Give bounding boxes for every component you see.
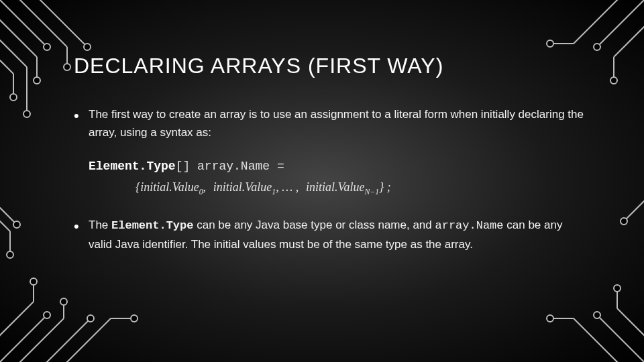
- svg-point-49: [547, 315, 553, 322]
- slide-content: DECLARING ARRAYS (FIRST WAY) The first w…: [0, 0, 644, 253]
- svg-point-34: [131, 315, 138, 322]
- code-var: array.Name: [197, 160, 270, 173]
- b2-mono: array.Name: [435, 219, 504, 232]
- svg-point-52: [614, 285, 621, 292]
- bullet-2: The Element.Type can be any Java base ty…: [74, 216, 584, 253]
- svg-point-23: [44, 312, 50, 318]
- code-rbrace: } ;: [379, 180, 391, 194]
- bullet-list-2: The Element.Type can be any Java base ty…: [74, 216, 584, 253]
- code-iv1: initial.Value: [213, 180, 272, 194]
- code-subN: N−1: [365, 188, 380, 196]
- code-block: Element.Type[] array.Name = {initial.Val…: [89, 156, 584, 198]
- svg-point-46: [594, 312, 600, 318]
- code-ivN: initial.Value: [306, 180, 365, 194]
- code-iv0: initial.Value: [140, 180, 199, 194]
- svg-line-30: [34, 318, 91, 362]
- code-type: Element.Type: [89, 160, 176, 173]
- code-sep1: ,: [203, 180, 207, 194]
- svg-line-27: [0, 302, 34, 349]
- bullet-1: The first way to create an array is to u…: [74, 105, 584, 141]
- code-eq: =: [277, 160, 284, 173]
- svg-line-22: [0, 315, 47, 362]
- svg-line-24: [7, 318, 64, 362]
- svg-line-50: [617, 308, 644, 349]
- slide-title: DECLARING ARRAYS (FIRST WAY): [74, 54, 584, 78]
- svg-point-29: [30, 278, 37, 285]
- bullet-list: The first way to create an array is to u…: [74, 105, 584, 141]
- b2-mid: can be any Java base type or class name,…: [193, 219, 435, 231]
- svg-line-47: [574, 318, 631, 362]
- svg-line-32: [54, 318, 111, 362]
- svg-point-31: [87, 315, 94, 322]
- svg-line-45: [597, 315, 644, 362]
- b2-kw: Element.Type: [111, 219, 193, 232]
- bullet-1-text: The first way to create an array is to u…: [89, 108, 584, 139]
- svg-point-26: [60, 298, 67, 305]
- code-brackets: []: [176, 160, 191, 173]
- code-sep2: , … ,: [276, 180, 299, 194]
- b2-pre: The: [89, 219, 111, 231]
